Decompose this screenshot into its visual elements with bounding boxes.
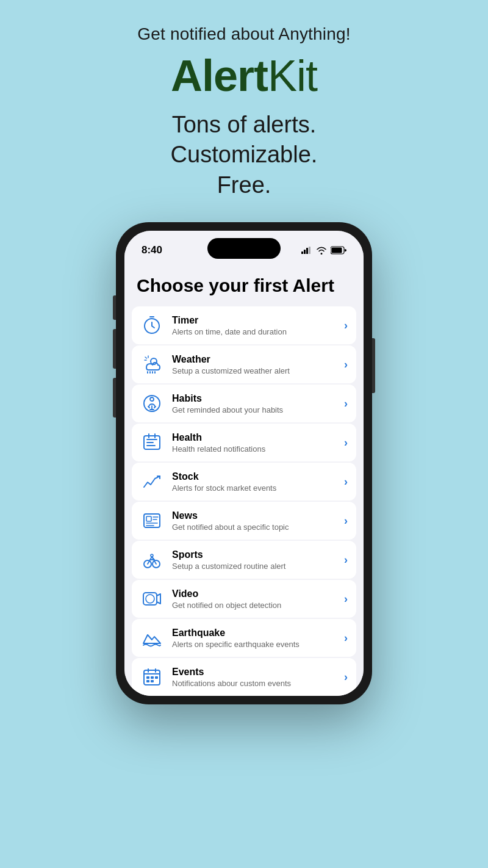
timer-icon	[140, 314, 163, 337]
brand-bold: Alert	[171, 51, 268, 100]
alert-item-sports[interactable]: Sports Setup a customized routine alert …	[132, 541, 356, 579]
video-icon	[140, 587, 163, 610]
news-title: News	[172, 510, 336, 521]
sports-subtitle: Setup a customized routine alert	[172, 562, 336, 571]
health-title: Health	[172, 432, 336, 443]
weather-subtitle: Setup a customized weather alert	[172, 366, 336, 375]
alert-item-timer[interactable]: Timer Alerts on time, date and duration …	[132, 306, 356, 344]
wifi-icon	[316, 246, 327, 255]
health-subtitle: Health related notifications	[172, 444, 336, 454]
svg-point-9	[150, 397, 154, 401]
brand-logo: AlertKit	[171, 54, 317, 98]
earthquake-icon	[140, 626, 163, 649]
sports-chevron: ›	[344, 554, 348, 566]
svg-rect-0	[301, 251, 303, 254]
earthquake-title: Earthquake	[172, 627, 336, 638]
habits-icon	[140, 392, 163, 415]
events-subtitle: Notifications abour custom events	[172, 679, 336, 688]
svg-rect-3	[309, 247, 310, 254]
weather-chevron: ›	[344, 358, 348, 371]
svg-rect-2	[306, 248, 308, 254]
health-chevron: ›	[344, 436, 348, 449]
svg-point-15	[151, 554, 153, 557]
alert-item-earthquake[interactable]: Earthquake Alerts on specific earthquake…	[132, 619, 356, 657]
screen-title: Choose your first Alert	[137, 275, 351, 297]
earthquake-subtitle: Alerts on specific earthquake events	[172, 640, 336, 649]
svg-rect-1	[304, 250, 306, 254]
svg-point-17	[146, 595, 154, 603]
battery-icon	[331, 246, 346, 255]
alert-item-events[interactable]: Events Notifications abour custom events…	[132, 658, 356, 696]
timer-title: Timer	[172, 314, 336, 326]
news-icon	[140, 509, 163, 532]
hero-text: Tons of alerts.Customizable.Free.	[171, 110, 318, 200]
status-bar: 8:40	[124, 231, 364, 261]
alert-item-habits[interactable]: Habits Get reminded about your habits ›	[132, 385, 356, 422]
news-subtitle: Get notified about a specific topic	[172, 523, 336, 532]
svg-rect-5	[332, 248, 342, 253]
status-icons	[301, 246, 346, 255]
alert-list: Timer Alerts on time, date and duration …	[124, 306, 364, 696]
alert-item-health[interactable]: Health Health related notifications ›	[132, 424, 356, 461]
stock-chevron: ›	[344, 476, 348, 488]
timer-chevron: ›	[344, 319, 348, 332]
svg-rect-23	[151, 680, 154, 682]
alert-item-video[interactable]: Video Get notified on object detection ›	[132, 580, 356, 618]
signal-icon	[301, 247, 312, 254]
status-time: 8:40	[142, 244, 162, 256]
events-title: Events	[172, 666, 336, 678]
alert-item-weather[interactable]: Weather Setup a customized weather alert…	[132, 345, 356, 383]
habits-title: Habits	[172, 392, 336, 404]
weather-title: Weather	[172, 353, 336, 365]
svg-rect-21	[155, 676, 158, 679]
timer-subtitle: Alerts on time, date and duration	[172, 327, 336, 336]
news-chevron: ›	[344, 515, 348, 527]
svg-rect-19	[146, 676, 149, 679]
brand-light: Kit	[268, 51, 317, 100]
events-icon	[140, 665, 163, 689]
tagline: Get notified about Anything!	[137, 24, 351, 44]
earthquake-chevron: ›	[344, 632, 348, 645]
weather-icon	[140, 353, 163, 376]
health-icon	[140, 431, 163, 454]
stock-title: Stock	[172, 471, 336, 482]
stock-icon	[140, 470, 163, 493]
svg-rect-22	[146, 680, 149, 682]
alert-item-stock[interactable]: Stock Alerts for stock market events ›	[132, 463, 356, 501]
svg-rect-20	[151, 676, 154, 679]
sports-title: Sports	[172, 549, 336, 560]
stock-subtitle: Alerts for stock market events	[172, 483, 336, 493]
svg-rect-12	[146, 516, 151, 521]
sports-icon	[140, 548, 163, 571]
habits-subtitle: Get reminded about your habits	[172, 405, 336, 414]
video-title: Video	[172, 588, 336, 599]
video-chevron: ›	[344, 593, 348, 606]
dynamic-island	[207, 238, 281, 259]
phone-mockup: 8:40	[116, 222, 372, 704]
video-subtitle: Get notified on object detection	[172, 601, 336, 610]
alert-item-news[interactable]: News Get notified about a specific topic…	[132, 502, 356, 540]
habits-chevron: ›	[344, 397, 348, 410]
events-chevron: ›	[344, 671, 348, 684]
